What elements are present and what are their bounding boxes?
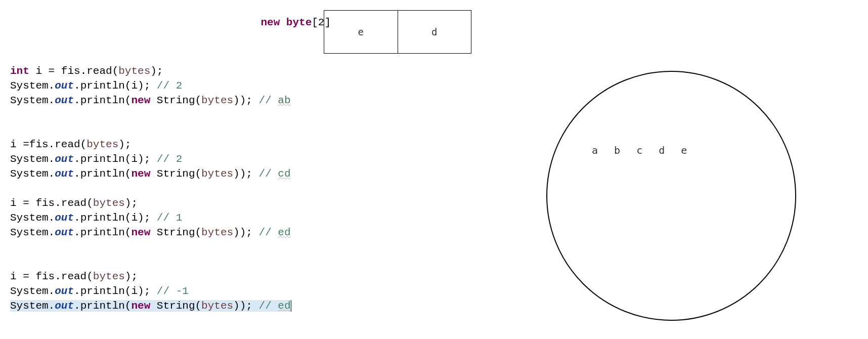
- kw-new: new: [131, 300, 150, 312]
- code-line: System.out.println(new String(bytes)); /…: [10, 168, 291, 180]
- arg: bytes: [93, 197, 125, 209]
- code-text: .println(i);: [74, 212, 157, 224]
- stream-contents: a b c d e: [592, 144, 692, 156]
- blank-line: [10, 183, 17, 194]
- code-text: System.: [10, 212, 55, 224]
- comment: //: [259, 227, 278, 238]
- blank-line: [10, 21, 17, 33]
- kw-new: new: [131, 168, 150, 180]
- stream-circle: [546, 71, 796, 321]
- blank-line: [10, 256, 17, 268]
- arg: bytes: [118, 65, 150, 77]
- arg: bytes: [93, 271, 125, 282]
- code-text: .println(i);: [74, 285, 157, 297]
- code-text: System.: [10, 168, 55, 180]
- arg: bytes: [201, 227, 233, 238]
- code-text: System.: [10, 285, 55, 297]
- code-text: i = fis.read(: [10, 197, 93, 209]
- blank-line: [10, 241, 17, 253]
- code-text: );: [150, 65, 163, 77]
- code-text: .println(i);: [74, 153, 157, 165]
- arg: bytes: [201, 300, 233, 312]
- comment: //: [259, 168, 278, 180]
- comment: // 2: [157, 153, 182, 165]
- code-text: .println(: [74, 95, 131, 106]
- kw-new: new: [131, 227, 150, 238]
- code-text: i = fis.read(: [29, 65, 118, 77]
- code-text: String(: [150, 95, 201, 106]
- code-line: i = fis.read(bytes);: [10, 197, 138, 209]
- field-out: out: [55, 227, 74, 238]
- byte-cell-1: d: [398, 11, 471, 53]
- field-out: out: [55, 285, 74, 297]
- code-text: String(: [150, 227, 201, 238]
- code-line: i = fis.read(bytes);: [10, 271, 138, 282]
- field-out: out: [55, 168, 74, 180]
- code-text: ));: [233, 95, 258, 106]
- field-out: out: [55, 80, 74, 92]
- code-text: );: [125, 197, 138, 209]
- comment: //: [259, 300, 278, 312]
- code-text: String(: [150, 300, 201, 312]
- arg: bytes: [86, 139, 118, 150]
- blank-line: [10, 51, 17, 62]
- code-text: i =fis.read(: [10, 139, 86, 150]
- code-text: );: [125, 271, 138, 282]
- code-text: System.: [10, 80, 55, 92]
- code-line: System.out.println(i); // 2: [10, 80, 182, 92]
- arg: bytes: [201, 168, 233, 180]
- comment: // 1: [157, 212, 182, 224]
- code-line: int i = fis.read(bytes);: [10, 65, 163, 77]
- code-text: ));: [233, 300, 258, 312]
- code-text: .println(: [74, 227, 131, 238]
- code-text: .println(: [74, 300, 131, 312]
- field-out: out: [55, 300, 74, 312]
- arg: bytes: [201, 95, 233, 106]
- code-line: System.out.println(i); // -1: [10, 285, 189, 297]
- comment-wavy: ed: [278, 300, 291, 312]
- code-text: System.: [10, 300, 55, 312]
- blank-line: [10, 124, 17, 136]
- comment: // -1: [157, 285, 189, 297]
- code-text: );: [118, 139, 131, 150]
- code-editor[interactable]: int i = fis.read(bytes); System.out.prin…: [10, 5, 291, 328]
- code-line: i =fis.read(bytes);: [10, 139, 131, 150]
- code-line: System.out.println(new String(bytes)); /…: [10, 95, 291, 106]
- comment-wavy: ed: [278, 227, 290, 238]
- code-text: ));: [233, 227, 258, 238]
- code-text: .println(i);: [74, 80, 157, 92]
- field-out: out: [55, 95, 74, 106]
- code-text: i = fis.read(: [10, 271, 93, 282]
- comment-wavy: ab: [278, 95, 290, 106]
- byte-table: e d: [324, 10, 471, 54]
- code-line: System.out.println(new String(bytes)); /…: [10, 227, 291, 238]
- code-text: System.: [10, 95, 55, 106]
- kw-int: int: [10, 65, 29, 77]
- byte-cell-0: e: [324, 11, 398, 53]
- code-text: String(: [150, 168, 201, 180]
- comment: //: [259, 95, 278, 106]
- code-line: System.out.println(i); // 2: [10, 153, 182, 165]
- code-line-cursor: System.out.println(new String(bytes)); /…: [10, 300, 291, 312]
- blank-line: [10, 36, 17, 48]
- code-line: System.out.println(i); // 1: [10, 212, 182, 224]
- comment-wavy: cd: [278, 168, 290, 180]
- field-out: out: [55, 212, 74, 224]
- field-out: out: [55, 153, 74, 165]
- code-text: System.: [10, 227, 55, 238]
- code-text: ));: [233, 168, 258, 180]
- kw-new: new: [131, 95, 150, 106]
- blank-line: [10, 109, 17, 121]
- code-text: System.: [10, 153, 55, 165]
- code-text: .println(: [74, 168, 131, 180]
- comment: // 2: [157, 80, 182, 92]
